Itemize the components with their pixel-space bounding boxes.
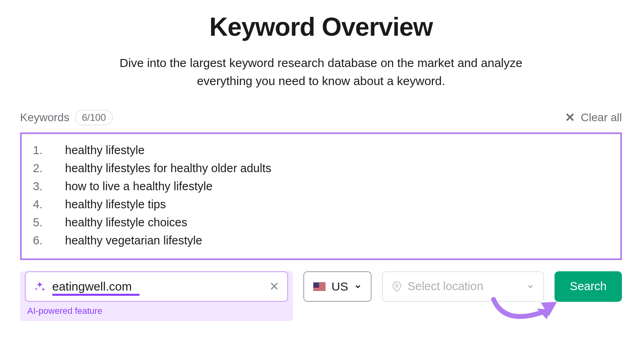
location-pin-icon xyxy=(392,281,402,292)
location-select[interactable]: Select location xyxy=(382,271,544,302)
keyword-number: 2. xyxy=(33,159,65,177)
keywords-label: Keywords xyxy=(20,111,69,124)
keyword-text: healthy vegetarian lifestyle xyxy=(65,232,202,250)
domain-input-value: eatingwell.com xyxy=(52,280,263,293)
clear-all-label: Clear all xyxy=(581,111,622,124)
keyword-row: 5. healthy lifestyle choices xyxy=(33,214,609,232)
clear-input-icon[interactable]: ✕ xyxy=(269,279,279,293)
keyword-number: 1. xyxy=(33,141,65,159)
sparkle-icon xyxy=(34,281,46,293)
keywords-count-pill: 6/100 xyxy=(75,110,113,125)
location-placeholder: Select location xyxy=(408,280,484,293)
keyword-text: healthy lifestyle xyxy=(65,141,144,159)
domain-input[interactable]: eatingwell.com ✕ xyxy=(25,271,288,302)
page-subtitle: Dive into the largest keyword research d… xyxy=(100,54,542,90)
keyword-number: 6. xyxy=(33,232,65,250)
country-code: US xyxy=(331,280,348,293)
keyword-row: 1. healthy lifestyle xyxy=(33,141,609,159)
page-title: Keyword Overview xyxy=(20,12,622,42)
us-flag-icon xyxy=(313,282,326,291)
svg-point-0 xyxy=(395,284,398,287)
clear-all-button[interactable]: ✕ Clear all xyxy=(565,111,622,124)
ai-feature-label: AI-powered feature xyxy=(27,306,288,316)
chevron-down-icon xyxy=(526,283,534,291)
keyword-text: how to live a healthy lifestyle xyxy=(65,177,213,195)
search-button-label: Search xyxy=(570,280,607,293)
keyword-row: 6. healthy vegetarian lifestyle xyxy=(33,232,609,250)
keyword-row: 3. how to live a healthy lifestyle xyxy=(33,177,609,195)
annotation-underline xyxy=(52,294,140,296)
svg-marker-2 xyxy=(541,302,557,316)
keyword-number: 5. xyxy=(33,214,65,232)
keyword-text: healthy lifestyle choices xyxy=(65,214,187,232)
keyword-number: 4. xyxy=(33,195,65,214)
keyword-row: 4. healthy lifestyle tips xyxy=(33,195,609,214)
search-button[interactable]: Search xyxy=(555,271,622,302)
svg-marker-1 xyxy=(536,304,553,321)
country-select[interactable]: US xyxy=(303,271,372,302)
keywords-textarea[interactable]: 1. healthy lifestyle 2. healthy lifestyl… xyxy=(20,132,622,260)
keyword-text: healthy lifestyle tips xyxy=(65,195,166,214)
chevron-down-icon xyxy=(354,283,362,291)
keyword-number: 3. xyxy=(33,177,65,195)
keyword-text: healthy lifestyles for healthy older adu… xyxy=(65,159,271,177)
close-icon: ✕ xyxy=(565,112,575,124)
keyword-row: 2. healthy lifestyles for healthy older … xyxy=(33,159,609,177)
